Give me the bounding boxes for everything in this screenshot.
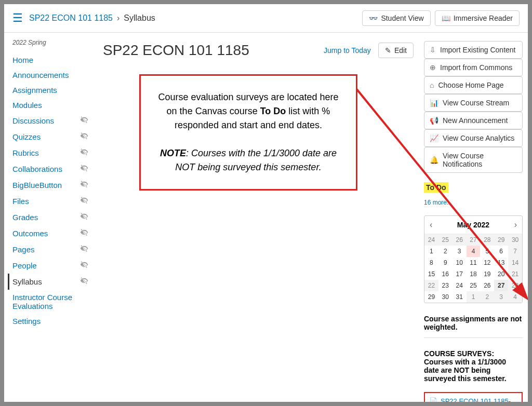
- nav-item-bigbluebutton[interactable]: BigBlueButton: [12, 177, 88, 193]
- calendar-day[interactable]: 4: [467, 246, 481, 257]
- annotation-callout: Course evaluation surveys are located he…: [139, 74, 357, 191]
- nav-item-people[interactable]: People: [12, 258, 88, 274]
- calendar-day[interactable]: 31: [453, 291, 467, 303]
- side-button-label: View Course Stream: [443, 99, 509, 107]
- nav-link[interactable]: BigBlueButton: [12, 181, 62, 190]
- calendar-day[interactable]: 3: [494, 291, 508, 303]
- choose-home-page-button[interactable]: ⌂Choose Home Page: [424, 76, 523, 94]
- calendar-day[interactable]: 1: [467, 291, 481, 303]
- calendar-day[interactable]: 23: [438, 280, 453, 291]
- calendar-day[interactable]: 27: [467, 234, 481, 246]
- survey-title: SP22 ECON 101 1185-09301185-SURF :: [441, 397, 517, 402]
- hamburger-icon[interactable]: ☰: [12, 11, 23, 25]
- nav-item-modules[interactable]: Modules: [12, 98, 88, 113]
- nav-link[interactable]: Collaborations: [12, 165, 62, 173]
- nav-link[interactable]: Rubrics: [12, 148, 39, 157]
- calendar-day[interactable]: 9: [438, 257, 453, 268]
- calendar-day[interactable]: 5: [480, 246, 494, 257]
- calendar-day[interactable]: 11: [467, 257, 481, 268]
- calendar-day[interactable]: 2: [480, 291, 494, 303]
- nav-item-syllabus[interactable]: Syllabus: [8, 274, 88, 290]
- view-course-notifications-button[interactable]: 🔔View Course Notifications: [424, 147, 523, 173]
- calendar-day[interactable]: 29: [424, 291, 438, 303]
- calendar-day[interactable]: 21: [508, 268, 522, 280]
- calendar-prev-icon[interactable]: ‹: [430, 220, 432, 229]
- nav-link[interactable]: Settings: [12, 317, 41, 326]
- nav-item-home[interactable]: Home: [12, 52, 88, 67]
- jump-to-today-link[interactable]: Jump to Today: [324, 46, 371, 55]
- calendar-day[interactable]: 25: [467, 280, 481, 291]
- calendar-day[interactable]: 28: [508, 280, 522, 291]
- callout-text-2: NOTE: Courses with the 1/1/3000 date are…: [156, 146, 340, 174]
- calendar-day[interactable]: 8: [424, 257, 438, 268]
- calendar-day[interactable]: 3: [453, 246, 467, 257]
- calendar-day[interactable]: 30: [438, 291, 453, 303]
- calendar-day[interactable]: 25: [438, 234, 453, 246]
- calendar-day[interactable]: 17: [453, 268, 467, 280]
- nav-link[interactable]: People: [12, 261, 37, 270]
- calendar-day[interactable]: 6: [494, 246, 508, 257]
- nav-item-discussions[interactable]: Discussions: [12, 113, 88, 129]
- immersive-reader-button[interactable]: 📖 Immersive Reader: [435, 10, 520, 26]
- import-from-commons-button[interactable]: ⊕Import from Commons: [424, 59, 523, 76]
- survey-item: 📄 SP22 ECON 101 1185-09301185-SURF : 89.…: [424, 392, 523, 402]
- todo-more-link[interactable]: 16 more...: [424, 199, 523, 206]
- calendar-next-icon[interactable]: ›: [514, 220, 517, 229]
- nav-item-instructor-course-evaluations[interactable]: Instructor Course Evaluations: [12, 290, 88, 314]
- calendar-day[interactable]: 4: [508, 291, 522, 303]
- nav-link[interactable]: Outcomes: [12, 229, 48, 238]
- calendar-day[interactable]: 14: [508, 257, 522, 268]
- nav-link[interactable]: Files: [12, 197, 29, 206]
- calendar-day[interactable]: 7: [508, 246, 522, 257]
- calendar-day[interactable]: 2: [438, 246, 453, 257]
- nav-item-assignments[interactable]: Assignments: [12, 83, 88, 98]
- calendar-day[interactable]: 16: [438, 268, 453, 280]
- calendar-day[interactable]: 19: [480, 268, 494, 280]
- nav-item-quizzes[interactable]: Quizzes: [12, 129, 88, 145]
- calendar-day[interactable]: 15: [424, 268, 438, 280]
- nav-link[interactable]: Quizzes: [12, 132, 41, 141]
- calendar-day[interactable]: 22: [424, 280, 438, 291]
- calendar-day[interactable]: 24: [453, 280, 467, 291]
- calendar-day[interactable]: 24: [424, 234, 438, 246]
- breadcrumb-course[interactable]: SP22 ECON 101 1185: [29, 13, 113, 23]
- calendar-day[interactable]: 30: [508, 234, 522, 246]
- edit-button[interactable]: ✎ Edit: [378, 43, 414, 58]
- calendar-day[interactable]: 26: [480, 280, 494, 291]
- calendar-day[interactable]: 20: [494, 268, 508, 280]
- student-view-button[interactable]: 👓 Student View: [362, 10, 430, 26]
- calendar-day[interactable]: 10: [453, 257, 467, 268]
- nav-link[interactable]: Announcements: [12, 71, 69, 79]
- nav-item-files[interactable]: Files: [12, 193, 88, 209]
- view-course-stream-button[interactable]: 📊View Course Stream: [424, 94, 523, 112]
- nav-item-rubrics[interactable]: Rubrics: [12, 145, 88, 161]
- nav-link[interactable]: Modules: [12, 101, 42, 110]
- nav-item-announcements[interactable]: Announcements: [12, 67, 88, 83]
- survey-link[interactable]: 📄 SP22 ECON 101 1185-09301185-SURF :: [429, 397, 517, 402]
- side-button-icon: ⇩: [430, 46, 436, 54]
- import-existing-content-button[interactable]: ⇩Import Existing Content: [424, 41, 523, 59]
- nav-link[interactable]: Home: [12, 56, 33, 64]
- calendar-day[interactable]: 13: [494, 257, 508, 268]
- nav-link[interactable]: Instructor Course Evaluations: [12, 293, 88, 310]
- nav-link[interactable]: Pages: [12, 245, 35, 254]
- nav-link[interactable]: Discussions: [12, 116, 54, 125]
- nav-link[interactable]: Syllabus: [12, 277, 42, 286]
- calendar-day[interactable]: 1: [424, 246, 438, 257]
- calendar-day[interactable]: 12: [480, 257, 494, 268]
- nav-link[interactable]: Grades: [12, 213, 38, 222]
- view-course-analytics-button[interactable]: 📈View Course Analytics: [424, 129, 523, 147]
- calendar-day[interactable]: 28: [480, 234, 494, 246]
- nav-item-settings[interactable]: Settings: [12, 314, 88, 329]
- nav-item-collaborations[interactable]: Collaborations: [12, 161, 88, 177]
- nav-item-outcomes[interactable]: Outcomes: [12, 225, 88, 241]
- calendar-day[interactable]: 29: [494, 234, 508, 246]
- hidden-icon: [80, 132, 88, 142]
- calendar-day[interactable]: 18: [467, 268, 481, 280]
- calendar-day[interactable]: 27: [494, 280, 508, 291]
- nav-item-pages[interactable]: Pages: [12, 241, 88, 258]
- nav-item-grades[interactable]: Grades: [12, 209, 88, 225]
- nav-link[interactable]: Assignments: [12, 86, 57, 94]
- calendar-day[interactable]: 26: [453, 234, 467, 246]
- new-announcement-button[interactable]: 📢New Announcement: [424, 112, 523, 129]
